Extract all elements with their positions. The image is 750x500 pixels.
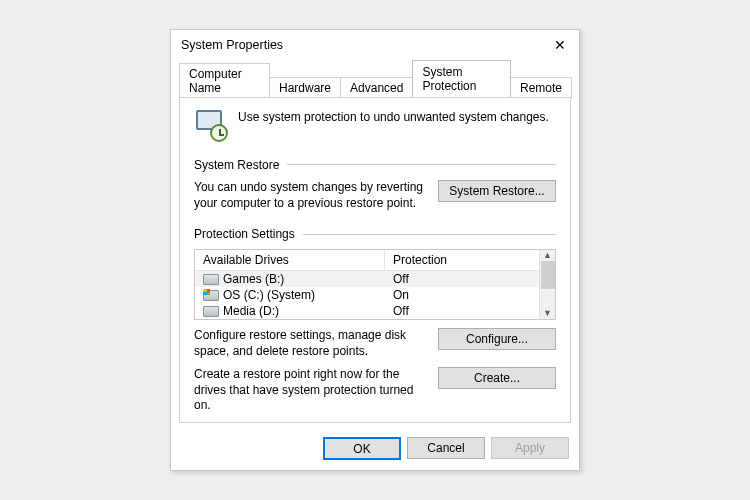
col-available-drives[interactable]: Available Drives: [195, 250, 385, 270]
protection-settings-group: Protection Settings: [194, 227, 556, 241]
drive-row[interactable]: Media (D:) Off: [195, 303, 539, 319]
scrollbar-thumb[interactable]: [541, 261, 555, 289]
system-restore-row: You can undo system changes by reverting…: [194, 180, 556, 211]
configure-row: Configure restore settings, manage disk …: [194, 328, 556, 359]
drives-table: Available Drives Protection Games (B:) O…: [195, 250, 539, 319]
system-properties-dialog: System Properties ✕ Computer Name Hardwa…: [170, 29, 580, 471]
tab-hardware[interactable]: Hardware: [269, 77, 341, 98]
drive-protection: On: [385, 287, 539, 303]
configure-desc: Configure restore settings, manage disk …: [194, 328, 428, 359]
drives-header: Available Drives Protection: [195, 250, 539, 271]
drive-row[interactable]: Games (B:) Off: [195, 271, 539, 287]
system-restore-label: System Restore: [194, 158, 279, 172]
col-protection[interactable]: Protection: [385, 250, 539, 270]
system-restore-desc: You can undo system changes by reverting…: [194, 180, 428, 211]
tab-panel-system-protection: Use system protection to undo unwanted s…: [179, 97, 571, 423]
tab-computer-name[interactable]: Computer Name: [179, 63, 270, 98]
ok-button[interactable]: OK: [323, 437, 401, 460]
drive-icon: [203, 289, 219, 301]
divider: [303, 234, 556, 235]
drive-icon: [203, 273, 219, 285]
drives-list: Available Drives Protection Games (B:) O…: [194, 249, 556, 320]
intro-text: Use system protection to undo unwanted s…: [238, 108, 549, 124]
close-button[interactable]: ✕: [549, 36, 571, 54]
tab-advanced[interactable]: Advanced: [340, 77, 413, 98]
apply-button[interactable]: Apply: [491, 437, 569, 459]
system-restore-group: System Restore: [194, 158, 556, 172]
close-icon: ✕: [554, 38, 566, 52]
drive-protection: Off: [385, 303, 539, 319]
vertical-scrollbar[interactable]: ▲ ▼: [539, 250, 555, 319]
drive-icon: [203, 305, 219, 317]
restore-point-icon: [194, 108, 228, 142]
drive-row[interactable]: OS (C:) (System) On: [195, 287, 539, 303]
titlebar: System Properties ✕: [171, 30, 579, 58]
tab-strip: Computer Name Hardware Advanced System P…: [171, 60, 579, 97]
tab-system-protection[interactable]: System Protection: [412, 60, 511, 97]
system-restore-button[interactable]: System Restore...: [438, 180, 556, 202]
drive-name: OS (C:) (System): [223, 288, 315, 302]
configure-button[interactable]: Configure...: [438, 328, 556, 350]
scroll-up-icon: ▲: [543, 251, 552, 260]
create-row: Create a restore point right now for the…: [194, 367, 556, 414]
create-desc: Create a restore point right now for the…: [194, 367, 428, 414]
window-title: System Properties: [181, 38, 283, 52]
intro-row: Use system protection to undo unwanted s…: [194, 108, 556, 142]
drive-name: Games (B:): [223, 272, 284, 286]
dialog-footer: OK Cancel Apply: [171, 431, 579, 470]
drive-protection: Off: [385, 271, 539, 287]
protection-settings-label: Protection Settings: [194, 227, 295, 241]
drive-name: Media (D:): [223, 304, 279, 318]
divider: [287, 164, 556, 165]
scroll-down-icon: ▼: [543, 309, 552, 318]
tab-remote[interactable]: Remote: [510, 77, 572, 98]
cancel-button[interactable]: Cancel: [407, 437, 485, 459]
create-button[interactable]: Create...: [438, 367, 556, 389]
